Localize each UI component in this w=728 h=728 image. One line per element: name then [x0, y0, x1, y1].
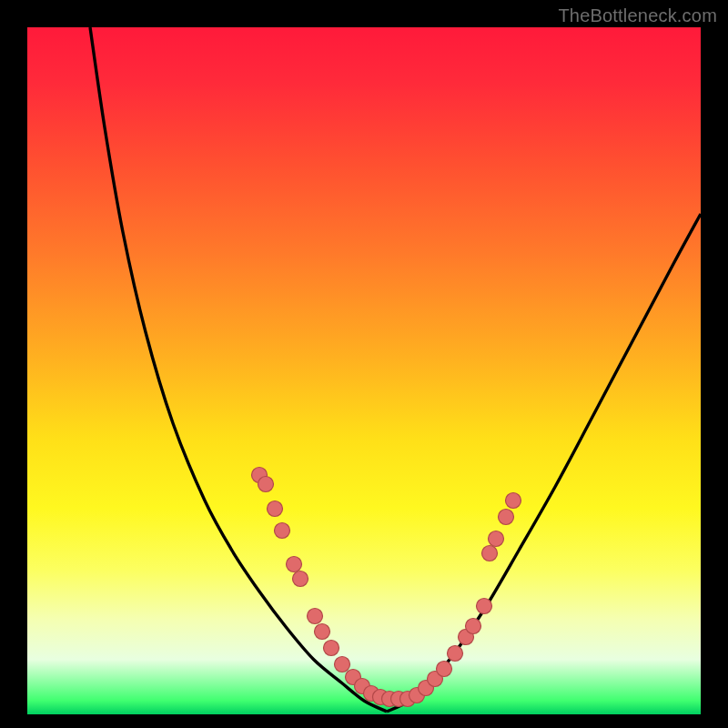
data-marker: [268, 501, 283, 517]
data-markers: [252, 468, 521, 707]
data-marker: [506, 493, 521, 509]
left-curve: [90, 27, 387, 712]
data-marker: [489, 531, 504, 547]
data-marker: [258, 477, 274, 492]
data-marker: [293, 571, 308, 587]
data-marker: [275, 523, 290, 539]
chart-plot-area: [27, 27, 701, 714]
data-marker: [477, 599, 492, 614]
chart-svg: [27, 27, 701, 714]
data-marker: [335, 657, 350, 672]
data-marker: [448, 646, 463, 662]
data-marker: [466, 619, 481, 634]
data-marker: [315, 624, 330, 640]
data-marker: [324, 641, 339, 656]
data-marker: [287, 557, 302, 572]
data-marker: [437, 662, 452, 677]
watermark-text: TheBottleneck.com: [558, 5, 717, 26]
data-marker: [499, 510, 514, 525]
right-curve: [387, 214, 701, 712]
data-marker: [482, 546, 498, 561]
data-marker: [308, 609, 323, 624]
